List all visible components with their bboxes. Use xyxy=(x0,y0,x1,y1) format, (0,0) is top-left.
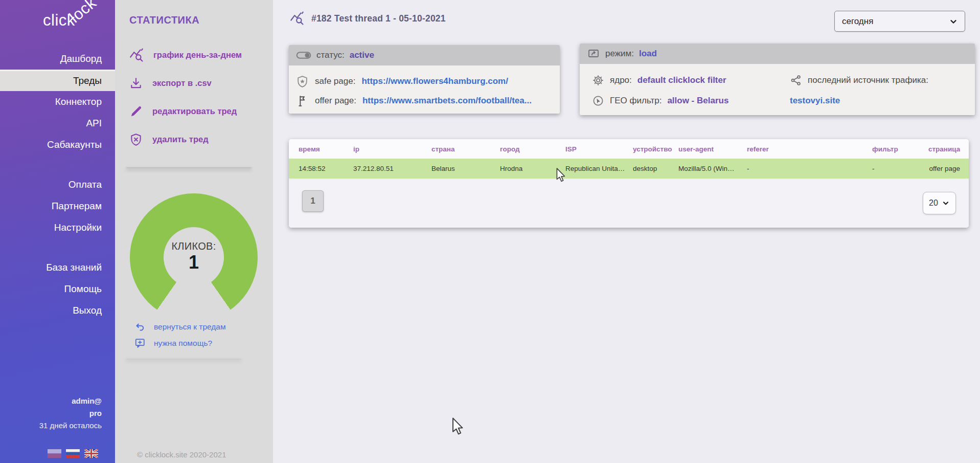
sidebar-item-logout[interactable]: Выход xyxy=(0,300,115,321)
user-days-left: 31 дней осталось xyxy=(39,420,102,432)
table-header-row: время ip страна город ISP устройство use… xyxy=(289,139,969,159)
gear-icon xyxy=(592,74,604,86)
toggle-on-icon xyxy=(296,50,311,61)
sidebar-item-knowledge-base[interactable]: База знаний xyxy=(0,257,115,278)
flag-icon xyxy=(296,95,309,107)
column-header-page: страница xyxy=(928,145,960,153)
page-size-value: 20 xyxy=(929,199,938,208)
user-info: admin@ pro 31 дней осталось xyxy=(39,395,102,432)
cell-filter: - xyxy=(872,165,928,172)
pencil-icon xyxy=(129,105,143,118)
polish-flag-icon[interactable] xyxy=(48,449,61,458)
cell-country: Belarus xyxy=(431,165,500,172)
offer-page-row: offer page: https://www.smartbets.com/fo… xyxy=(296,91,560,111)
column-header-time: время xyxy=(299,145,353,153)
clicklock-logo[interactable]: click lock xyxy=(0,0,115,41)
table-row[interactable]: 14:58:52 37.212.80.51 Belarus Hrodna Rep… xyxy=(289,159,969,180)
section-divider xyxy=(126,167,252,168)
safe-page-row: safe page: https://www.flowers4hamburg.c… xyxy=(296,72,560,91)
chart-search-icon xyxy=(129,48,144,62)
chevron-down-icon xyxy=(942,199,950,207)
user-plan-badge: pro xyxy=(39,407,102,420)
thread-title-row: #182 Test thread 1 - 05-10-2021 xyxy=(289,11,446,26)
column-header-ip: ip xyxy=(353,145,431,153)
mode-label: режим: xyxy=(605,49,634,59)
core-label: ядро: xyxy=(610,75,632,85)
offer-page-link[interactable]: https://www.smartbets.com/football/tea..… xyxy=(362,96,532,106)
cell-time: 14:58:52 xyxy=(299,165,353,172)
mode-value: load xyxy=(639,49,657,59)
sidebar-item-threads[interactable]: Треды xyxy=(0,70,115,91)
edit-thread-button[interactable]: редактировать тред xyxy=(115,97,273,125)
traffic-source-row: последний источник трафика: xyxy=(790,70,928,91)
link-label: нужна помощь? xyxy=(154,339,212,348)
shield-x-icon xyxy=(129,133,143,146)
geo-filter-row: ГЕО фильтр: allow - Belarus xyxy=(592,91,728,111)
russian-flag-icon[interactable] xyxy=(66,449,80,458)
copyright-footer: © clicklock.site 2020-2021 xyxy=(137,450,226,459)
shield-star-icon xyxy=(296,75,309,88)
cell-referer: - xyxy=(747,165,872,172)
section-divider xyxy=(126,359,241,360)
action-label: удалить тред xyxy=(152,135,209,144)
status-card: статус: active safe page: https://www.fl… xyxy=(289,45,560,114)
traffic-source-link[interactable]: testovyi.site xyxy=(790,96,840,106)
action-label: экспорт в .csv xyxy=(152,78,212,88)
english-flag-icon[interactable] xyxy=(84,449,98,458)
mouse-cursor xyxy=(451,417,465,436)
page-1-button[interactable]: 1 xyxy=(302,190,324,212)
need-help-link[interactable]: нужна помощь? xyxy=(115,335,273,351)
sidebar-item-help[interactable]: Помощь xyxy=(0,278,115,300)
statistics-actions: график день-за-днем экспорт в .csv редак… xyxy=(115,41,273,153)
globe-icon xyxy=(592,95,604,107)
period-select-value: сегодня xyxy=(842,16,873,27)
sidebar-item-partners[interactable]: Партнерам xyxy=(0,195,115,217)
clicks-gauge: КЛИКОВ: 1 xyxy=(130,193,258,321)
safe-page-label: safe page: xyxy=(315,76,355,86)
gauge-value: 1 xyxy=(130,252,258,273)
sidebar-item-dashboard[interactable]: Дашборд xyxy=(0,48,115,70)
mode-right-column: последний источник трафика: testovyi.sit… xyxy=(790,70,928,111)
language-switcher xyxy=(48,449,98,458)
status-label: статус: xyxy=(316,50,345,60)
sidebar-item-connector[interactable]: Коннектор xyxy=(0,91,115,113)
column-header-referer: referer xyxy=(747,145,872,153)
period-select[interactable]: сегодня xyxy=(834,11,965,32)
action-label: график день-за-днем xyxy=(153,50,242,60)
sidebar-menu: Дашборд Треды Коннектор API Сабакаунты О… xyxy=(0,48,115,321)
sidebar-item-payment[interactable]: Оплата xyxy=(0,174,115,195)
mode-card-header: режим: load xyxy=(580,43,975,64)
core-row: ядро: default clicklock filter xyxy=(592,70,728,91)
column-header-country: страна xyxy=(431,145,500,153)
column-header-isp: ISP xyxy=(565,145,633,153)
geo-filter-label: ГЕО фильтр: xyxy=(610,96,662,106)
delete-thread-button[interactable]: удалить тред xyxy=(115,125,273,153)
sidebar-item-api[interactable]: API xyxy=(0,113,115,134)
export-csv-button[interactable]: экспорт в .csv xyxy=(115,69,273,97)
sidebar-item-subaccounts[interactable]: Сабакаунты xyxy=(0,134,115,156)
menu-spacer xyxy=(0,156,115,174)
sidebar: click lock Дашборд Треды Коннектор API С… xyxy=(0,0,115,463)
table-pagination: 1 20 xyxy=(289,180,969,228)
cell-isp: Republican Unita… xyxy=(565,165,633,172)
cell-city: Hrodna xyxy=(500,165,565,172)
menu-spacer xyxy=(0,238,115,257)
column-header-filter: фильтр xyxy=(872,145,928,153)
cell-ip: 37.212.80.51 xyxy=(353,165,431,172)
page-title: #182 Test thread 1 - 05-10-2021 xyxy=(311,13,446,24)
mode-left-column: ядро: default clicklock filter ГЕО фильт… xyxy=(592,70,728,111)
sidebar-item-settings[interactable]: Настройки xyxy=(0,217,115,238)
main-content: #182 Test thread 1 - 05-10-2021 сегодня … xyxy=(273,0,980,463)
day-by-day-chart-button[interactable]: график день-за-днем xyxy=(115,41,273,69)
safe-page-link[interactable]: https://www.flowers4hamburg.com/ xyxy=(361,76,508,86)
traffic-source-label: последний источник трафика: xyxy=(808,75,928,85)
status-card-body: safe page: https://www.flowers4hamburg.c… xyxy=(289,65,560,111)
page-size-select[interactable]: 20 xyxy=(923,192,956,214)
offer-page-label: offer page: xyxy=(315,96,356,106)
statistics-links: вернуться к тредам нужна помощь? xyxy=(115,319,273,351)
action-label: редактировать тред xyxy=(152,106,237,116)
status-value: active xyxy=(350,50,374,60)
link-label: вернуться к тредам xyxy=(154,322,226,332)
share-nodes-icon xyxy=(790,74,802,86)
back-to-threads-link[interactable]: вернуться к тредам xyxy=(115,319,273,335)
